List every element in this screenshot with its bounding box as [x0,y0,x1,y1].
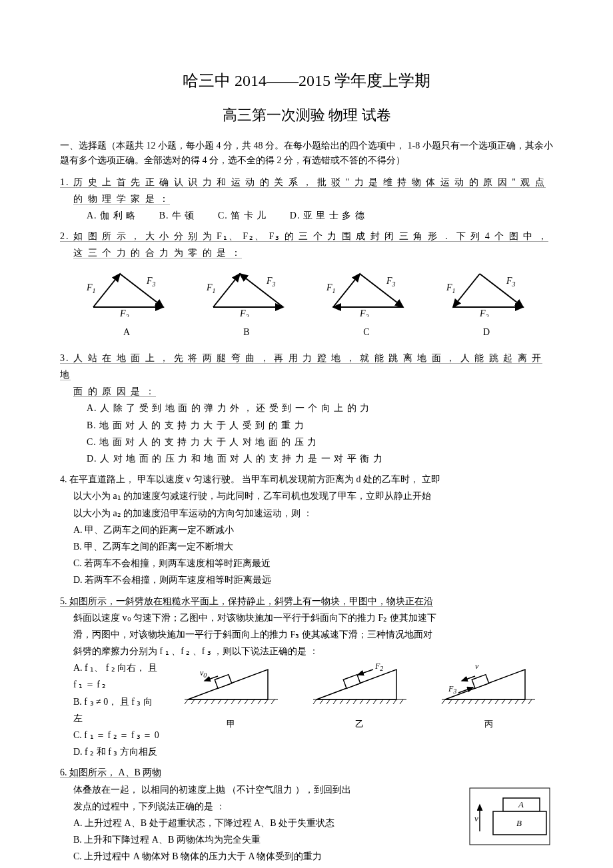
question-2: 2. 如 图 所 示 ， 大 小 分 别 为 F₁、 F₂、 F₃ 的 三 个 … [60,228,553,346]
q1-options: A. 伽 利 略 B. 牛 顿 C. 笛 卡 儿 D. 亚 里 士 多 德 [60,207,553,224]
svg-line-47 [320,699,323,704]
svg-line-67 [448,699,452,704]
svg-line-13 [360,274,403,307]
svg-text:F1: F1 [206,282,216,294]
q3-option-a: A. 人 除 了 受 到 地 面 的 弹 力 外 ， 还 受 到 一 个 向 上… [60,400,553,416]
svg-line-28 [185,699,188,704]
svg-line-43 [358,669,373,675]
svg-line-54 [366,699,370,704]
q5-option-a: A. f ₁、 f ₂ 向右， 且 f ₁ ＝ f ₂ [73,659,160,693]
question-4: 4. 在平直道路上， 甲车以速度 v 匀速行驶。 当甲车司机发现前方距离为 d … [60,471,553,588]
svg-line-71 [475,699,478,704]
svg-text:F1: F1 [326,282,336,294]
svg-line-31 [205,699,208,704]
question-6: 6. 如图所示， A、B 两物 A B v 体叠放在一起， 以相同的初速度上抛 … [60,764,553,865]
q4-line3: 以大小为 a₂ 的加速度沿甲车运动的方向匀加速运动，则 ： [60,505,553,522]
svg-text:v: v [474,813,478,823]
svg-line-75 [502,699,505,704]
svg-line-12 [333,274,360,307]
svg-line-52 [353,699,356,704]
q5-figures: v0 甲 F [167,659,553,732]
q2-label-b: B [200,324,293,340]
q2-stem: 2. 如 图 所 示 ， 大 小 分 别 为 F₁、 F₂、 F₃ 的 三 个 … [60,228,553,244]
svg-line-78 [522,699,525,704]
q3-option-c: C. 地 面 对 人 的 支 持 力 大 于 人 对 地 面 的 压 力 [60,434,553,450]
q4-option-b: B. 甲、乙两车之间的距离一定不断增大 [60,538,553,555]
q1-option-a: A. 伽 利 略 [87,207,136,224]
q4-line2: 以大小为 a₁ 的加速度匀减速行驶，与此同时，乙车司机也发现了甲车，立即从静止开… [60,488,553,504]
question-5: 5. 如图所示，一斜劈放在粗糙水平面上，保持静止，斜劈上有一物块，甲图中，物块正… [60,593,553,761]
svg-text:F2: F2 [479,308,489,317]
svg-line-66 [442,699,445,704]
svg-line-51 [346,699,350,704]
svg-text:F3: F3 [506,276,516,288]
section-instruction: 一、选择题（本题共 12 小题，每小题 4 分，共 48 分。在每小题给出的四个… [60,139,553,169]
svg-line-7 [240,274,283,307]
q3-stem: 3. 人 站 在 地 面 上 ， 先 将 两 腿 弯 曲 ， 再 用 力 蹬 地… [60,350,553,383]
svg-line-72 [482,699,485,704]
svg-text:F3: F3 [386,276,396,288]
q4-option-a: A. 甲、乙两车之间的距离一定不断减小 [60,522,553,538]
q5-figure-jia: v0 甲 [181,659,281,732]
q5-label-jia: 甲 [181,716,281,731]
svg-line-57 [386,699,390,704]
svg-text:F3: F3 [266,276,276,288]
q2-figure-b: F1 F3 F2 B [200,267,293,340]
q2-label-c: C [320,324,413,340]
svg-rect-42 [343,675,360,689]
svg-text:F3: F3 [146,276,156,288]
q5-figure-yi: F2 乙 [310,659,410,732]
exam-title-line1: 哈三中 2014——2015 学年度上学期 [60,67,553,95]
svg-line-69 [462,699,465,704]
q5-line2: 斜面以速度 v₀ 匀速下滑；乙图中，对该物块施加一平行于斜面向下的推力 F₂ 使… [60,610,553,626]
q1-option-c: C. 笛 卡 儿 [218,207,267,224]
q1-option-b: B. 牛 顿 [159,207,195,224]
svg-line-74 [495,699,498,704]
svg-text:v: v [475,661,479,671]
q2-stem2: 这 三 个 力 的 合 力 为 零 的 是 ： [60,244,553,261]
q4-option-d: D. 若两车不会相撞，则两车速度相等时距离最远 [60,572,553,588]
svg-line-59 [400,699,403,704]
svg-text:F3: F3 [448,684,456,695]
svg-text:F2: F2 [374,661,383,672]
question-1: 1. 历 史 上 首 先 正 确 认 识 力 和 运 动 的 关 系 ， 批 驳… [60,174,553,224]
q6-line1: 6. 如图所示， A、B 两物 [60,764,553,781]
svg-line-50 [340,699,343,704]
q4-option-c: C. 若两车不会相撞，则两车速度相等时距离最近 [60,555,553,572]
svg-line-56 [380,699,383,704]
svg-text:F2: F2 [119,308,129,317]
svg-line-55 [373,699,376,704]
svg-line-34 [225,699,228,704]
svg-line-73 [488,699,492,704]
question-3: 3. 人 站 在 地 面 上 ， 先 将 两 腿 弯 曲 ， 再 用 力 蹬 地… [60,350,553,467]
svg-text:B: B [516,818,522,828]
q5-line4: 斜劈的摩擦力分别为 f ₁ 、f ₂ 、f ₃ ，则以下说法正确的是 ： [60,643,553,659]
svg-line-32 [211,699,215,704]
svg-line-68 [455,699,458,704]
q3-stem2: 面 的 原 因 是 ： [60,383,553,400]
svg-line-77 [515,699,518,704]
svg-line-70 [468,699,472,704]
q3-option-d: D. 人 对 地 面 的 压 力 和 地 面 对 人 的 支 持 力 是 一 对… [60,450,553,467]
svg-line-6 [213,274,240,307]
svg-text:F1: F1 [86,282,96,294]
svg-line-0 [93,274,120,307]
svg-text:A: A [518,799,524,809]
svg-line-39 [258,699,261,704]
svg-line-36 [238,699,241,704]
svg-text:v0: v0 [200,668,207,679]
q4-line1: 4. 在平直道路上， 甲车以速度 v 匀速行驶。 当甲车司机发现前方距离为 d … [60,471,553,488]
q5-option-c: C. f ₁ ＝ f ₂ ＝ f ₃ ＝ 0 [73,727,160,743]
q2-figure-d: F1 F3 F2 D [440,267,533,340]
svg-line-79 [528,699,532,704]
q5-line1: 5. 如图所示，一斜劈放在粗糙水平面上，保持静止，斜劈上有一物块，甲图中，物块正… [60,593,553,610]
svg-line-33 [218,699,221,704]
q5-option-d: D. f ₂ 和 f ₃ 方向相反 [73,743,160,760]
svg-line-46 [313,699,316,704]
svg-text:F2: F2 [239,308,249,317]
exam-title-line2: 高三第一次测验 物理 试卷 [60,102,553,129]
q2-label-d: D [440,324,533,340]
q1-option-d: D. 亚 里 士 多 德 [290,207,365,224]
svg-line-19 [480,274,523,307]
svg-line-48 [326,699,330,704]
